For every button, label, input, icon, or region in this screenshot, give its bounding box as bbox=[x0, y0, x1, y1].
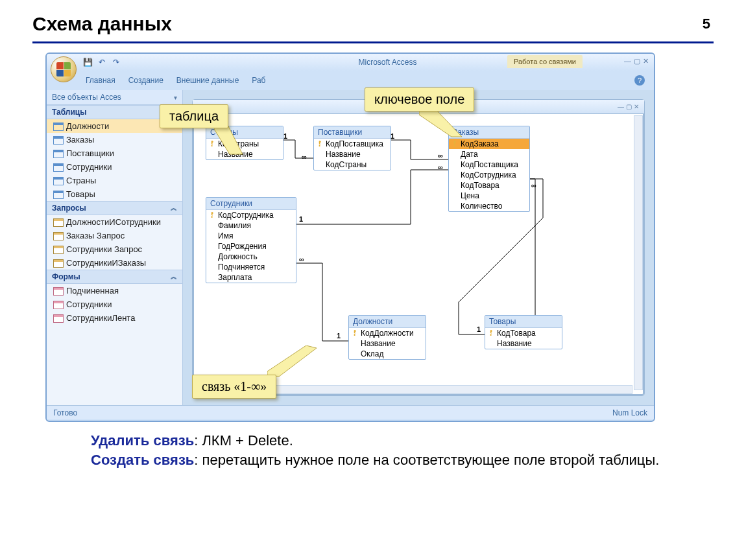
field[interactable]: Название bbox=[314, 149, 391, 159]
workspace-canvas: данных —▢✕ bbox=[183, 90, 654, 405]
vertical-scrollbar[interactable] bbox=[634, 115, 643, 390]
table-box-title: Должности bbox=[349, 316, 426, 328]
field[interactable]: Название bbox=[349, 338, 426, 349]
minimize-icon[interactable]: — bbox=[618, 103, 624, 110]
nav-item-table[interactable]: Товары bbox=[47, 187, 182, 201]
office-logo-icon bbox=[56, 62, 71, 76]
svg-marker-1 bbox=[419, 108, 462, 137]
ribbon-tab-home[interactable]: Главная bbox=[86, 76, 115, 85]
status-text: Готово bbox=[53, 408, 77, 417]
nav-item-label: Сотрудники bbox=[66, 162, 112, 172]
nav-item-label: СотрудникиЛента bbox=[66, 313, 135, 323]
table-box-suppliers[interactable]: Поставщики КодПоставщика Название КодСтр… bbox=[313, 126, 391, 170]
field[interactable]: КодТовара bbox=[449, 180, 529, 191]
field[interactable]: Количество bbox=[449, 201, 529, 211]
close-icon[interactable]: ✕ bbox=[643, 57, 649, 65]
window-controls[interactable]: —▢✕ bbox=[624, 57, 649, 65]
nav-group-label: Запросы bbox=[52, 204, 86, 213]
table-box-goods[interactable]: Товары КодТовара Название bbox=[485, 315, 562, 349]
field[interactable]: Подчиняется bbox=[206, 262, 296, 272]
nav-item-query[interactable]: СотрудникиИЗаказы bbox=[47, 256, 182, 270]
field[interactable]: Название bbox=[485, 338, 562, 349]
help-icon[interactable]: ? bbox=[634, 75, 645, 86]
minimize-icon[interactable]: — bbox=[624, 57, 631, 65]
field[interactable]: Должность bbox=[206, 251, 296, 262]
form-icon bbox=[53, 314, 62, 322]
callout-relation: связь «1-∞» bbox=[192, 375, 276, 399]
field[interactable]: КодПоставщика bbox=[449, 159, 529, 170]
field[interactable]: Дата bbox=[449, 149, 529, 159]
nav-item-form[interactable]: Подчиненная bbox=[47, 284, 182, 298]
ribbon-tab-tools[interactable]: Раб bbox=[252, 76, 265, 85]
nav-item-form[interactable]: СотрудникиЛента bbox=[47, 311, 182, 325]
nav-item-label: Поставщики bbox=[66, 148, 114, 158]
table-box-title: Поставщики bbox=[314, 126, 391, 139]
maximize-icon[interactable]: ▢ bbox=[626, 103, 632, 110]
table-box-title: Сотрудники bbox=[206, 198, 296, 210]
nav-item-table[interactable]: Сотрудники bbox=[47, 160, 182, 174]
ribbon-tabs: Главная Создание Внешние данные Раб ? bbox=[47, 71, 654, 90]
field[interactable]: ГодРождения bbox=[206, 241, 296, 251]
office-button[interactable] bbox=[51, 56, 77, 82]
nav-item-query[interactable]: Сотрудники Запрос bbox=[47, 242, 182, 256]
field[interactable]: Оклад bbox=[349, 349, 426, 359]
save-icon[interactable]: 💾 bbox=[82, 57, 93, 67]
form-icon bbox=[53, 287, 62, 295]
table-box-positions[interactable]: Должности КодДолжности Название Оклад bbox=[348, 315, 426, 360]
nav-item-label: Должности bbox=[66, 121, 109, 131]
nav-item-form[interactable]: Сотрудники bbox=[47, 298, 182, 311]
field[interactable]: Цена bbox=[449, 191, 529, 201]
access-window: 💾 ↶ ↷ Microsoft Access Работа со связями… bbox=[45, 52, 655, 422]
nav-group-label: Таблицы bbox=[52, 108, 86, 117]
nav-item-table[interactable]: Поставщики bbox=[47, 146, 182, 160]
nav-item-label: Товары bbox=[66, 189, 95, 199]
callout-keyfield: ключевое поле bbox=[365, 88, 474, 111]
form-icon bbox=[53, 301, 62, 309]
relationship-diagram[interactable]: 1∞ 1∞ 1∞ ∞1 1∞ Страны КодСтраны Название… bbox=[193, 114, 644, 393]
slide-title: Схема данных bbox=[32, 13, 714, 35]
field[interactable]: Имя bbox=[206, 231, 296, 241]
undo-icon[interactable]: ↶ bbox=[97, 57, 107, 67]
ribbon-tab-external[interactable]: Внешние данные bbox=[176, 76, 239, 85]
status-bar: Готово Num Lock bbox=[47, 405, 654, 419]
nav-item-table[interactable]: Страны bbox=[47, 174, 182, 187]
numlock-indicator: Num Lock bbox=[612, 408, 647, 417]
nav-item-label: Сотрудники Запрос bbox=[66, 244, 142, 254]
query-icon bbox=[53, 218, 62, 226]
field-key[interactable]: КодДолжности bbox=[349, 328, 426, 338]
footer-text: Удалить связь: ЛКМ + Delete. Создать свя… bbox=[91, 431, 714, 469]
slide-number: 5 bbox=[703, 16, 710, 32]
field-key[interactable]: КодСотрудника bbox=[206, 210, 296, 220]
table-icon bbox=[53, 150, 62, 158]
context-tab[interactable]: Работа со связями bbox=[507, 55, 583, 68]
chevron-up-icon: ︽ bbox=[171, 272, 177, 281]
field-key[interactable]: КодЗаказа bbox=[449, 139, 529, 149]
quick-access-toolbar: 💾 ↶ ↷ bbox=[82, 57, 121, 67]
nav-group-queries[interactable]: Запросы︽ bbox=[47, 201, 182, 215]
callout-pointer-icon bbox=[267, 345, 319, 378]
table-icon bbox=[53, 177, 62, 185]
ribbon-tab-create[interactable]: Создание bbox=[128, 76, 163, 85]
nav-item-query[interactable]: ДолжностиИСотрудники bbox=[47, 215, 182, 229]
callout-table: таблица bbox=[160, 104, 228, 128]
nav-header[interactable]: Все объекты Acces ▾ bbox=[47, 90, 182, 105]
close-icon[interactable]: ✕ bbox=[634, 103, 639, 110]
field-key[interactable]: КодТовара bbox=[485, 328, 562, 338]
nav-item-query[interactable]: Заказы Запрос bbox=[47, 229, 182, 242]
nav-group-forms[interactable]: Формы︽ bbox=[47, 270, 182, 284]
table-box-employees[interactable]: Сотрудники КодСотрудника Фамилия Имя Год… bbox=[206, 197, 296, 283]
nav-item-table[interactable]: Заказы bbox=[47, 133, 182, 146]
nav-item-label: Подчиненная bbox=[66, 286, 119, 296]
nav-item-label: Сотрудники bbox=[66, 299, 112, 309]
chevron-down-icon[interactable]: ▾ bbox=[174, 94, 177, 101]
query-icon bbox=[53, 259, 62, 267]
field[interactable]: Фамилия bbox=[206, 220, 296, 231]
field-key[interactable]: КодПоставщика bbox=[314, 139, 391, 149]
maximize-icon[interactable]: ▢ bbox=[634, 57, 640, 65]
field[interactable]: КодСотрудника bbox=[449, 170, 529, 180]
nav-header-label: Все объекты Acces bbox=[52, 93, 121, 102]
footer-delete-label: Удалить связь bbox=[91, 432, 194, 449]
field[interactable]: КодСтраны bbox=[314, 159, 391, 170]
redo-icon[interactable]: ↷ bbox=[111, 57, 121, 67]
field[interactable]: Зарплата bbox=[206, 272, 296, 283]
